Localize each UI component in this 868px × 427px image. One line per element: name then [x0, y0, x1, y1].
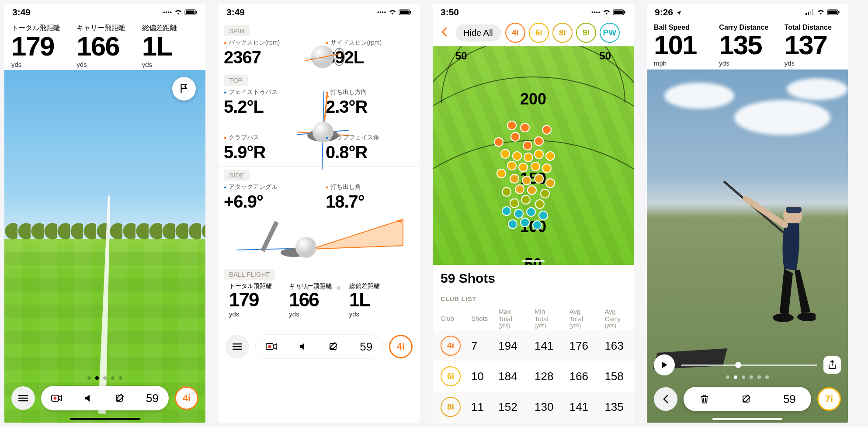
scrubber-thumb[interactable] — [735, 362, 741, 368]
sound-button[interactable] — [83, 392, 94, 404]
menu-button[interactable] — [11, 386, 35, 410]
club-path-label: クラブパス — [224, 134, 312, 142]
club-selector[interactable]: 4i — [389, 335, 413, 358]
svg-rect-33 — [812, 9, 813, 15]
club-filter-9i[interactable]: 9i — [576, 23, 596, 43]
club-filter-pw[interactable]: PW — [600, 23, 620, 43]
back-button[interactable] — [654, 387, 677, 411]
th-club: Club — [433, 305, 463, 330]
launch-angle-value: 18.7° — [326, 192, 414, 212]
status-time: 9:26 — [655, 7, 682, 17]
shots-sheet[interactable]: 59 Shots CLUB LIST Club Shots Max Total(… — [433, 265, 634, 423]
svg-point-23 — [295, 237, 316, 258]
swing-video-frame[interactable]: 59 7i — [647, 69, 848, 423]
cell-avg: 166 — [562, 361, 597, 392]
status-right — [805, 9, 840, 15]
table-row[interactable]: 6i 10 184 128 166 158 — [433, 361, 634, 392]
status-right: •••• — [163, 9, 198, 15]
cell-max: 194 — [490, 330, 527, 361]
edit-button[interactable] — [328, 341, 340, 352]
compose-icon — [329, 341, 339, 352]
back-button[interactable] — [437, 25, 451, 40]
flag-icon — [178, 83, 190, 94]
screen-shot-scatter: 3:50 •••• Hide All 4i 6i 8i 9i PW — [433, 4, 634, 423]
attack-angle-value: +6.9° — [224, 192, 312, 212]
svg-rect-29 — [624, 11, 625, 14]
svg-rect-7 — [400, 10, 409, 14]
cell-shots: 7 — [463, 330, 490, 361]
club-stats-table: Club Shots Max Total(yds) Min Total(yds)… — [433, 305, 634, 422]
edit-button[interactable] — [741, 393, 753, 405]
club-filter-row: 4i 6i 8i 9i PW — [505, 23, 620, 43]
shot-scatter-field[interactable]: 200 150 100 50 50 50 — [433, 46, 634, 265]
status-bar: 9:26 — [647, 4, 848, 20]
section-spin: SPIN バックスピン(rpm) 2367 サイドスピン(rpm) — [219, 24, 420, 71]
arc-side-l: 50 — [455, 50, 467, 62]
table-row[interactable]: 4i 7 194 141 176 163 — [433, 330, 634, 361]
cell-carry: 158 — [597, 361, 634, 392]
speaker-icon — [298, 342, 308, 351]
club-filter-8i[interactable]: 8i — [552, 23, 573, 43]
club-filter-4i[interactable]: 4i — [505, 23, 525, 43]
home-indicator — [70, 418, 140, 420]
tree-line — [4, 218, 205, 240]
record-button[interactable] — [51, 392, 62, 404]
svg-point-41 — [797, 312, 816, 321]
target-flag-button[interactable] — [172, 77, 196, 101]
delete-button[interactable] — [699, 393, 710, 405]
play-button[interactable] — [654, 354, 675, 375]
cell-min: 128 — [527, 361, 562, 392]
toolbar-pill: 59 — [41, 386, 169, 410]
cell-carry: 135 — [597, 392, 634, 422]
th-avgtotal: Avg Total(yds) — [562, 305, 597, 330]
section-side: SIDE アタックアングル +6.9° 打ち出し角 18.7° — [219, 168, 420, 265]
svg-rect-8 — [410, 11, 411, 14]
face-angle-value: 0.8°R — [326, 142, 414, 162]
club-filter-6i[interactable]: 6i — [529, 23, 549, 43]
status-right: •••• — [591, 9, 626, 15]
compose-icon — [115, 393, 125, 403]
club-selector[interactable]: 7i — [817, 387, 841, 411]
cell-min: 130 — [527, 392, 562, 422]
sound-button[interactable] — [297, 341, 309, 352]
spin-diagram — [296, 42, 349, 72]
svg-rect-31 — [808, 12, 809, 15]
shot-count[interactable]: 59 — [360, 340, 372, 354]
table-row[interactable]: 8i 11 152 130 141 135 — [433, 392, 634, 422]
shot-count[interactable]: 59 — [146, 392, 159, 405]
hamburger-icon — [18, 395, 28, 402]
video-scrubber-row — [654, 354, 841, 375]
stat-total-distance: トータル飛距離 179 yds — [7, 24, 72, 68]
bottom-toolbar: 59 7i — [654, 387, 841, 411]
page-indicator[interactable] — [87, 376, 122, 380]
share-button[interactable] — [823, 356, 841, 374]
edit-button[interactable] — [115, 392, 126, 404]
video-record-icon — [266, 342, 277, 351]
record-button[interactable] — [266, 341, 277, 352]
shots-title: 59 Shots — [433, 265, 634, 289]
trash-icon — [700, 394, 709, 404]
shot-count[interactable]: 59 — [783, 392, 796, 406]
page-indicator[interactable] — [219, 286, 420, 290]
attack-angle-label: アタックアングル — [224, 183, 312, 191]
svg-rect-36 — [838, 11, 840, 14]
page-indicator[interactable] — [726, 375, 769, 379]
video-scrubber[interactable] — [681, 365, 817, 366]
toolbar-pill: 59 — [255, 334, 383, 359]
svg-point-40 — [773, 313, 794, 322]
top-tag: TOP — [224, 75, 248, 86]
hide-all-button[interactable]: Hide All — [455, 24, 501, 42]
sheet-grabber[interactable] — [522, 260, 545, 262]
menu-button[interactable] — [226, 335, 249, 358]
top-diagram — [292, 87, 354, 176]
ball-flight-scene[interactable]: 59 4i — [4, 70, 205, 423]
svg-rect-2 — [196, 11, 197, 14]
status-time: 3:50 — [441, 7, 459, 17]
screen-swing-data: 3:49 •••• SPIN バックスピン(rpm) 2367 — [219, 4, 420, 423]
stat-carry-distance: キャリー飛距離 166 yds — [72, 24, 137, 68]
hamburger-icon — [233, 343, 242, 350]
svg-point-11 — [334, 48, 344, 66]
club-list-label: CLUB LIST — [433, 289, 634, 305]
screen-swing-video: 9:26 Ball Speed 101 mph Carry Distance 1… — [647, 4, 848, 423]
club-selector[interactable]: 4i — [175, 386, 198, 410]
